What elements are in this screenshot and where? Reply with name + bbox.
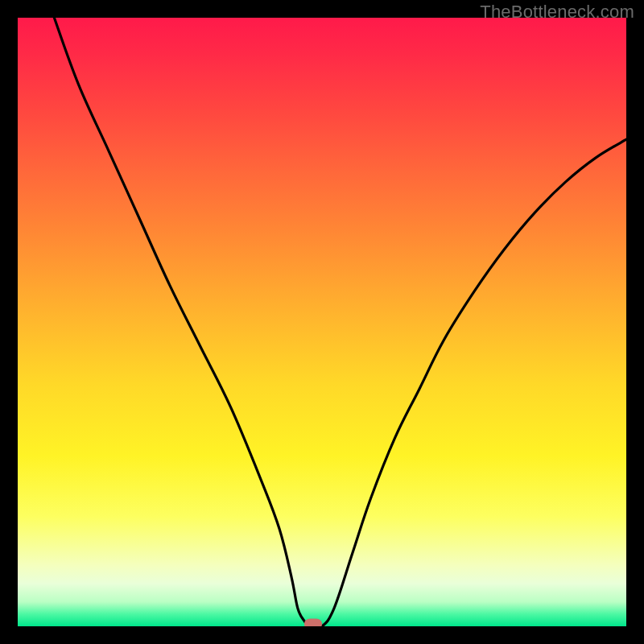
chart-container: TheBottleneck.com: [0, 0, 644, 644]
minimum-marker: [304, 618, 322, 626]
plot-frame: [18, 18, 626, 626]
bottleneck-curve: [18, 18, 626, 626]
plot-area: [18, 18, 626, 626]
